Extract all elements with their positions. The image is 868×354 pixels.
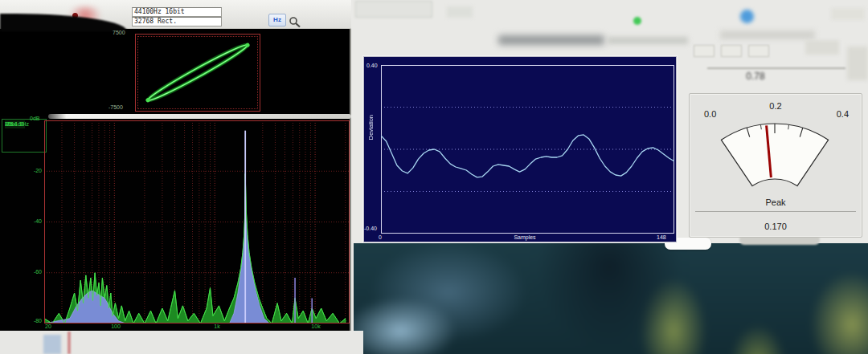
gauge-scale-max: 0.4 bbox=[837, 109, 849, 119]
desktop-wallpaper bbox=[354, 243, 868, 354]
plot-border bbox=[382, 66, 674, 234]
blurred-window-fragment bbox=[847, 47, 868, 80]
blurred-toolbar bbox=[720, 31, 815, 39]
blurred-app-icon bbox=[740, 10, 754, 23]
lissajous-glow bbox=[146, 42, 250, 104]
spectrum-x-tick: 1k bbox=[210, 323, 224, 330]
blurred-window-tab bbox=[355, 1, 432, 18]
desktop: 0.78 Wave:44100Hz 16bit FFT:32768 Rect. … bbox=[0, 0, 868, 354]
wallpaper-scene bbox=[354, 243, 868, 354]
spectrum-x-tick: 100 bbox=[108, 323, 124, 330]
blurred-value-readout: 0.78 bbox=[727, 71, 784, 82]
spectrum-plot bbox=[44, 120, 350, 323]
spectrum-y-tick: -80 bbox=[27, 318, 42, 324]
scope-plot-frame bbox=[135, 34, 260, 112]
scope-y-min-label: -7500 bbox=[108, 104, 123, 111]
peak-meter-panel: 0.0 0.2 0.4 Peak 0.170 bbox=[689, 93, 862, 238]
blurred-divider bbox=[707, 67, 845, 69]
lissajous-plot bbox=[136, 35, 260, 111]
blurred-button[interactable] bbox=[694, 45, 714, 57]
spectrum-x-tick: 10k bbox=[308, 323, 324, 330]
lissajous-trace bbox=[144, 40, 252, 104]
max-level: -25.1dB bbox=[5, 120, 25, 128]
scope-y-max-label: 7500 bbox=[113, 30, 125, 36]
blurred-taskbar-icon[interactable] bbox=[43, 335, 61, 354]
deviation-x-axis-label: Samples bbox=[457, 234, 593, 241]
blurred-accent-mark bbox=[68, 332, 71, 354]
hz-toggle-button[interactable]: Hz bbox=[268, 14, 286, 26]
deviation-y-min: -0.40 bbox=[364, 226, 377, 232]
deviation-axis-title: Deviation bbox=[367, 115, 375, 140]
spectrum-y-tick: -60 bbox=[27, 269, 42, 275]
gauge-divider bbox=[695, 211, 856, 212]
spectrum-y-tick: -40 bbox=[27, 218, 42, 225]
deviation-x-end: 148 bbox=[657, 234, 666, 241]
status-green-dot-icon bbox=[633, 17, 641, 25]
deviation-panel: 0.40 -0.40 Deviation 0 Samples 148 bbox=[363, 56, 677, 242]
blurred-button[interactable] bbox=[748, 45, 769, 57]
window-separator-band bbox=[48, 114, 351, 119]
deviation-plot bbox=[381, 65, 674, 234]
blurred-button[interactable] bbox=[805, 40, 839, 55]
blurred-window-fragment bbox=[831, 8, 865, 20]
background-window-strip bbox=[0, 331, 363, 354]
spectrum-window: Max 2014.1Hz -25.1dB 0dB -20 -40 -60 -80… bbox=[0, 116, 351, 331]
deviation-x-start: 0 bbox=[379, 234, 382, 241]
fft-settings-field[interactable]: 32768 Rect. bbox=[132, 17, 222, 26]
spectrum-x-tick: 20 bbox=[42, 323, 55, 330]
blurred-field bbox=[608, 37, 688, 44]
spectrum-y-tick: -20 bbox=[27, 168, 42, 174]
gauge-reading: 0.170 bbox=[690, 222, 862, 231]
blurred-button[interactable] bbox=[721, 45, 742, 57]
spectrum-blue-area bbox=[44, 197, 346, 323]
blurred-field bbox=[498, 35, 604, 45]
gauge-caption: Peak bbox=[690, 197, 862, 207]
deviation-y-max: 0.40 bbox=[366, 63, 378, 69]
blurred-window-fragment bbox=[447, 6, 473, 18]
spectrum-y-top-label: 0dB bbox=[30, 116, 39, 122]
magnifier-icon[interactable] bbox=[289, 16, 301, 29]
oscilloscope-window: 7500 -7500 bbox=[0, 29, 351, 116]
deviation-trace bbox=[381, 135, 674, 177]
wave-format-field[interactable]: 44100Hz 16bit bbox=[132, 7, 222, 17]
max-readout-box: Max 2014.1Hz -25.1dB bbox=[2, 119, 47, 153]
